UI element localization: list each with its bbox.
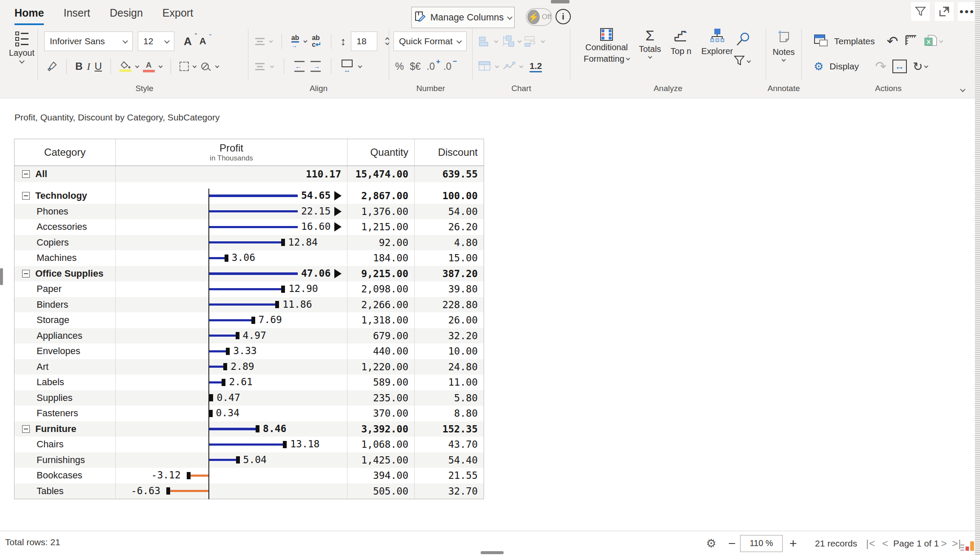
- decimal-places-button[interactable]: 1.2: [530, 61, 542, 72]
- vertical-scrollbar[interactable]: [975, 0, 980, 555]
- table-row-phones[interactable]: Phones22.151,376.0054.00: [14, 204, 484, 220]
- filter-menu-button[interactable]: [734, 55, 750, 67]
- more-options-icon[interactable]: •••: [958, 2, 977, 21]
- undo-icon[interactable]: ↶: [887, 33, 898, 49]
- column-header-quantity[interactable]: Quantity: [348, 139, 415, 166]
- column-header-category[interactable]: Category: [14, 139, 116, 166]
- decrease-indent-button[interactable]: ←: [294, 61, 305, 72]
- fill-color-button[interactable]: [120, 61, 131, 72]
- decrease-decimal-icon[interactable]: .0−: [443, 61, 451, 72]
- last-page-button[interactable]: >|: [952, 531, 961, 555]
- increase-font-button[interactable]: Aˆ: [184, 35, 192, 48]
- first-page-button[interactable]: |<: [866, 531, 875, 555]
- table-row-technology[interactable]: Technology54.652,867.00100.00: [14, 188, 484, 204]
- filter-icon[interactable]: [911, 2, 930, 21]
- display-label[interactable]: Display: [829, 61, 859, 72]
- chevron-down-icon[interactable]: [494, 39, 499, 43]
- chevron-down-icon[interactable]: [541, 39, 545, 43]
- tab-home[interactable]: Home: [14, 7, 44, 25]
- table-row-paper[interactable]: Paper12.902,098.0039.80: [14, 281, 484, 297]
- table-row-supplies[interactable]: Supplies0.47235.005.80: [14, 390, 484, 406]
- wrap-text-button[interactable]: abc↵: [312, 34, 321, 48]
- increase-indent-button[interactable]: →: [311, 61, 321, 72]
- zoom-level-input[interactable]: 110 %: [740, 535, 783, 552]
- clear-format-button[interactable]: [200, 61, 211, 72]
- table-row-furnishings[interactable]: Furnishings5.041,425.0054.40: [14, 452, 484, 468]
- collapse-icon[interactable]: [22, 192, 30, 200]
- collapse-icon[interactable]: [22, 170, 30, 178]
- chevron-down-icon[interactable]: [495, 64, 499, 68]
- chevron-down-icon[interactable]: [269, 39, 273, 43]
- font-size-select[interactable]: 12: [138, 31, 174, 51]
- chevron-down-icon[interactable]: [192, 64, 197, 68]
- table-row-furniture[interactable]: Furniture8.463,392.00152.35: [14, 421, 484, 437]
- text-overflow-button[interactable]: ab→: [291, 34, 299, 49]
- chevron-down-icon[interactable]: [215, 64, 219, 68]
- row-height-stepper[interactable]: [386, 38, 389, 45]
- chevron-down-icon[interactable]: [135, 64, 139, 68]
- format-painter-icon[interactable]: [47, 61, 58, 72]
- combo-chart-icon[interactable]: [524, 36, 538, 47]
- table-row-labels[interactable]: Labels2.61589.0011.00: [14, 375, 484, 390]
- prev-page-button[interactable]: <: [882, 531, 889, 555]
- quick-format-select[interactable]: Quick Format: [393, 31, 467, 51]
- table-row-tables[interactable]: Tables-6.63505.0032.70: [14, 483, 484, 499]
- table-row-copiers[interactable]: Copiers12.8492.004.80: [14, 235, 484, 251]
- chevron-down-icon[interactable]: [270, 64, 274, 68]
- table-row-appliances[interactable]: Appliances4.97679.0032.20: [14, 328, 484, 344]
- increase-decimal-icon[interactable]: .0+: [427, 61, 435, 72]
- layout-button[interactable]: Layout: [6, 31, 37, 63]
- table-row-fasteners[interactable]: Fasteners0.34370.008.80: [14, 406, 484, 421]
- currency-format-icon[interactable]: $€: [410, 61, 421, 72]
- info-icon[interactable]: i: [556, 9, 571, 24]
- column-header-discount[interactable]: Discount: [415, 139, 484, 166]
- table-row-envelopes[interactable]: Envelopes3.33440.0010.00: [14, 343, 484, 359]
- percent-format-icon[interactable]: %: [395, 61, 404, 72]
- tab-design[interactable]: Design: [110, 7, 143, 25]
- table-row-machines[interactable]: Machines3.06184.0015.00: [14, 250, 484, 266]
- top-resize-handle[interactable]: [551, 0, 570, 3]
- templates-label[interactable]: Templates: [834, 36, 875, 46]
- zoom-out-button[interactable]: −: [728, 531, 736, 555]
- tab-insert[interactable]: Insert: [63, 7, 90, 25]
- table-row-chairs[interactable]: Chairs13.181,068.0043.70: [14, 437, 484, 452]
- bar-chart-icon[interactable]: [479, 36, 491, 47]
- horizontal-align-button[interactable]: [255, 63, 265, 70]
- chevron-down-icon[interactable]: [518, 39, 522, 43]
- power-mode-toggle[interactable]: ⚡ Off: [526, 8, 552, 26]
- chevron-down-icon[interactable]: [519, 64, 524, 68]
- font-family-select[interactable]: Inforiver Sans: [44, 31, 133, 51]
- table-row-art[interactable]: Art2.891,220.0024.80: [14, 359, 484, 375]
- totals-button[interactable]: Σ Totals: [635, 28, 665, 59]
- italic-button[interactable]: I: [87, 61, 90, 72]
- next-page-button[interactable]: >: [941, 531, 947, 555]
- zoom-in-button[interactable]: +: [789, 531, 797, 555]
- hierarchy-chart-icon[interactable]: [501, 35, 515, 47]
- table-row-storage[interactable]: Storage7.691,318.0026.00: [14, 312, 484, 328]
- tab-export[interactable]: Export: [162, 7, 193, 25]
- autofit-column-button[interactable]: ↔: [342, 60, 353, 73]
- chevron-down-icon[interactable]: [304, 39, 308, 43]
- explorer-button[interactable]: Explorer: [698, 28, 736, 56]
- search-button[interactable]: [735, 31, 751, 49]
- table-row-office-supplies[interactable]: Office Supplies47.069,215.00387.20: [14, 266, 484, 282]
- fit-width-icon[interactable]: ↔: [892, 60, 907, 73]
- conditional-formatting-button[interactable]: Conditional Formatting: [579, 28, 634, 64]
- horizontal-scrollbar-thumb[interactable]: [481, 551, 504, 554]
- ruler-icon[interactable]: [904, 34, 918, 49]
- row-height-input[interactable]: 18: [351, 31, 377, 51]
- decrease-font-button[interactable]: Aˇ: [199, 36, 206, 47]
- top-n-button[interactable]: Top n: [665, 28, 697, 56]
- redo-icon[interactable]: ↷: [875, 58, 886, 74]
- export-excel-button[interactable]: X: [924, 34, 943, 48]
- manage-columns-button[interactable]: Manage Columns: [411, 7, 515, 28]
- notes-button[interactable]: Notes: [766, 29, 801, 62]
- table-row-accessories[interactable]: Accessories16.601,215.0026.20: [14, 219, 484, 235]
- table-chart-icon[interactable]: [479, 61, 491, 72]
- table-row-binders[interactable]: Binders11.862,266.00228.80: [14, 297, 484, 313]
- bold-button[interactable]: B: [75, 60, 83, 72]
- chevron-down-icon[interactable]: [358, 64, 362, 68]
- settings-gear-icon[interactable]: ⚙: [706, 531, 716, 555]
- column-header-profit[interactable]: Profitin Thousands: [116, 139, 348, 166]
- font-color-button[interactable]: A: [143, 61, 155, 72]
